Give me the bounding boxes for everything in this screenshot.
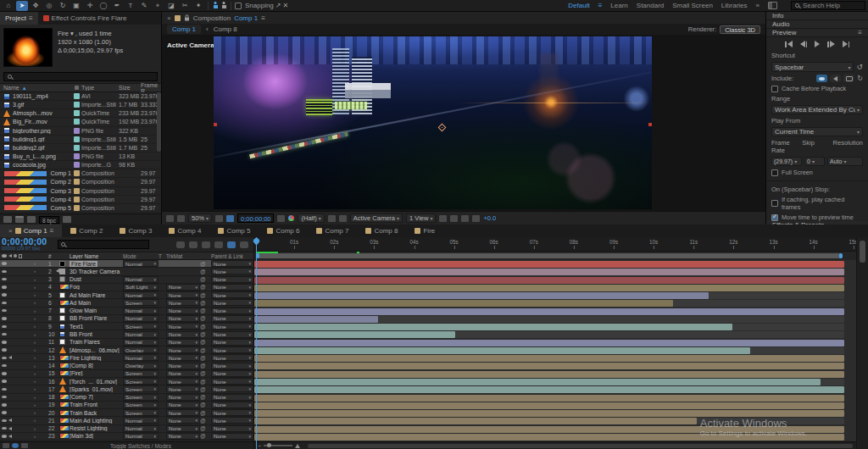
loop-icon[interactable]: ↻ [857, 75, 863, 82]
workspace-small-screen[interactable]: Small Screen [672, 2, 713, 9]
layer-expander-icon[interactable]: › [34, 316, 41, 321]
interpret-footage-icon[interactable] [3, 216, 12, 223]
layer-duration-bar[interactable] [254, 277, 844, 284]
blend-mode-dropdown[interactable]: Screen▾ [123, 370, 159, 377]
layer-row[interactable]: ›23D Tracker Camera@None▾ [0, 268, 253, 275]
layer-row[interactable]: ›11Train FlaresNormal▾None▾@None▾ [0, 339, 253, 346]
parent-link-dropdown[interactable]: None▾ [211, 291, 253, 298]
scrollbar-thumb[interactable] [860, 241, 865, 263]
project-item[interactable]: Atmosph...movQuickTime233 MB23.9760:00 [0, 109, 161, 118]
label-color-chip[interactable] [74, 197, 80, 202]
project-item[interactable]: building2.gifImporte...Still1.7 MB250:00 [0, 144, 161, 152]
layer-visibility-icon[interactable] [2, 396, 7, 399]
project-item[interactable]: Comp 4Composition29.970;00 [0, 196, 161, 204]
play-from-dropdown[interactable]: Current Time▾ [771, 127, 863, 136]
layer-row[interactable]: ›17[Sparks_01.mov]Screen▾None▾@None▾ [0, 385, 253, 393]
project-item[interactable]: Comp 5Composition29.970;00 [0, 204, 161, 213]
layer-name[interactable]: Text1 [70, 324, 83, 330]
layer-duration-bar[interactable] [254, 363, 844, 369]
layer-duration-bar[interactable] [254, 395, 844, 402]
parent-link-dropdown[interactable]: None▾ [211, 323, 253, 330]
trkmat-dropdown[interactable]: None▾ [166, 346, 200, 353]
move-time-checkbox[interactable] [771, 214, 778, 221]
parent-pickwhip-icon[interactable]: @ [200, 276, 211, 282]
layer-row[interactable]: ›15[Fire]Screen▾None▾@None▾ [0, 370, 253, 378]
footage-name-line[interactable]: Fire ▾ , used 1 time [58, 30, 123, 38]
channel-icon[interactable] [288, 215, 294, 221]
layer-visibility-icon[interactable] [2, 348, 7, 352]
project-item[interactable]: cocacola.jpgImporte...G98 KB [0, 161, 161, 169]
workspace-standard[interactable]: Standard [637, 2, 664, 9]
workspace-panel-icon[interactable] [768, 2, 777, 9]
layer-expander-icon[interactable]: › [34, 261, 41, 266]
layer-duration-bar[interactable] [254, 292, 709, 299]
layer-name[interactable]: [Comp 8] [70, 363, 93, 369]
label-color-chip[interactable] [74, 162, 80, 168]
layer-expander-icon[interactable]: › [34, 418, 41, 423]
layer-visibility-icon[interactable] [2, 302, 7, 305]
previous-frame-button[interactable] [800, 41, 808, 47]
timeline-tab-comp-5[interactable]: Comp 5 [209, 224, 259, 237]
timeline-tab-comp-8[interactable]: Comp 8 [357, 224, 406, 237]
work-area-bar[interactable] [256, 253, 843, 258]
label-color-chip[interactable] [74, 188, 80, 194]
trkmat-dropdown[interactable]: None▾ [166, 417, 200, 424]
parent-pickwhip-icon[interactable]: @ [200, 292, 211, 298]
trkmat-dropdown[interactable]: None▾ [166, 299, 200, 306]
parent-pickwhip-icon[interactable]: @ [200, 418, 211, 424]
label-color-chip[interactable] [74, 179, 80, 185]
layer-expander-icon[interactable]: › [34, 402, 41, 407]
workspace-libraries[interactable]: Libraries [721, 2, 748, 9]
layer-name[interactable]: Ad Main Flare [70, 292, 105, 298]
shape-tool[interactable]: ◯ [97, 1, 109, 11]
trkmat-dropdown[interactable]: None▾ [166, 323, 200, 330]
parent-pickwhip-icon[interactable]: @ [200, 347, 211, 353]
project-item[interactable]: Big_Fir...movQuickTime192 MB23.9760:00 [0, 118, 161, 126]
parent-link-dropdown[interactable]: None▾ [211, 308, 253, 314]
blend-mode-dropdown[interactable]: Normal▾ [123, 260, 159, 267]
anchor-point-marker[interactable] [438, 124, 447, 132]
label-color-chip[interactable] [74, 170, 80, 176]
snap-grid-icon[interactable]: ✕ [283, 2, 289, 9]
layer-row[interactable]: ›14[Comp 8]Overlay▾None▾@None▾ [0, 362, 253, 369]
expand-render-time-icon[interactable] [12, 443, 19, 448]
layer-visibility-icon[interactable] [2, 317, 7, 320]
layer-name[interactable]: [Atmosp..._06.mov] [70, 347, 120, 353]
blend-mode-dropdown[interactable]: Screen▾ [123, 385, 159, 392]
label-color-chip[interactable] [74, 153, 80, 159]
layer-visibility-icon[interactable] [2, 293, 7, 297]
current-time-indicator[interactable] [256, 237, 257, 449]
first-frame-button[interactable] [785, 41, 793, 47]
parent-link-dropdown[interactable]: None▾ [211, 315, 253, 322]
project-item[interactable]: bigbrother.pngPNG file322 KB [0, 127, 161, 136]
panel-menu-icon[interactable]: ≡ [261, 14, 265, 22]
blend-mode-dropdown[interactable]: Normal▾ [123, 425, 159, 432]
label-color-chip[interactable] [74, 102, 80, 108]
puppet-pin-tool[interactable]: ✦ [192, 1, 204, 11]
layer-expander-icon[interactable]: › [34, 324, 41, 329]
type-tool[interactable]: T [125, 1, 136, 11]
layer-audio-icon[interactable] [8, 419, 12, 422]
blend-mode-dropdown[interactable]: Screen▾ [123, 323, 159, 330]
blend-mode-dropdown[interactable]: Screen▾ [123, 299, 159, 306]
layer-visibility-icon[interactable] [2, 278, 7, 281]
timeline-column-header[interactable]: # Layer Name Mode T TrkMat Parent & Link [0, 252, 253, 260]
rotation-tool[interactable]: ↻ [57, 1, 69, 11]
label-color-chip[interactable] [74, 205, 80, 211]
layer-row[interactable]: ›10BB FrontNormal▾None▾@None▾ [0, 330, 253, 338]
layer-duration-bar[interactable] [254, 269, 844, 275]
layer-audio-icon[interactable] [8, 356, 12, 359]
layer-row[interactable]: ›22Resist LightingNormal▾None▾@None▾ [0, 425, 253, 433]
blend-mode-dropdown[interactable]: Screen▾ [123, 394, 159, 401]
label-color-chip[interactable] [74, 128, 80, 134]
trkmat-dropdown[interactable]: None▾ [166, 315, 200, 322]
layer-expander-icon[interactable]: › [34, 308, 41, 313]
pen-tool[interactable]: ✒ [111, 1, 123, 11]
blend-mode-dropdown[interactable]: Screen▾ [123, 402, 159, 408]
layer-row[interactable]: ›9Text1Screen▾None▾@None▾ [0, 323, 253, 330]
workspace-learn[interactable]: Learn [610, 2, 627, 9]
zoom-in-icon[interactable] [295, 444, 300, 448]
home-tool[interactable]: ⌂ [3, 1, 14, 11]
timeline-tab-comp-6[interactable]: Comp 6 [259, 224, 308, 237]
parent-pickwhip-icon[interactable]: @ [200, 269, 211, 274]
